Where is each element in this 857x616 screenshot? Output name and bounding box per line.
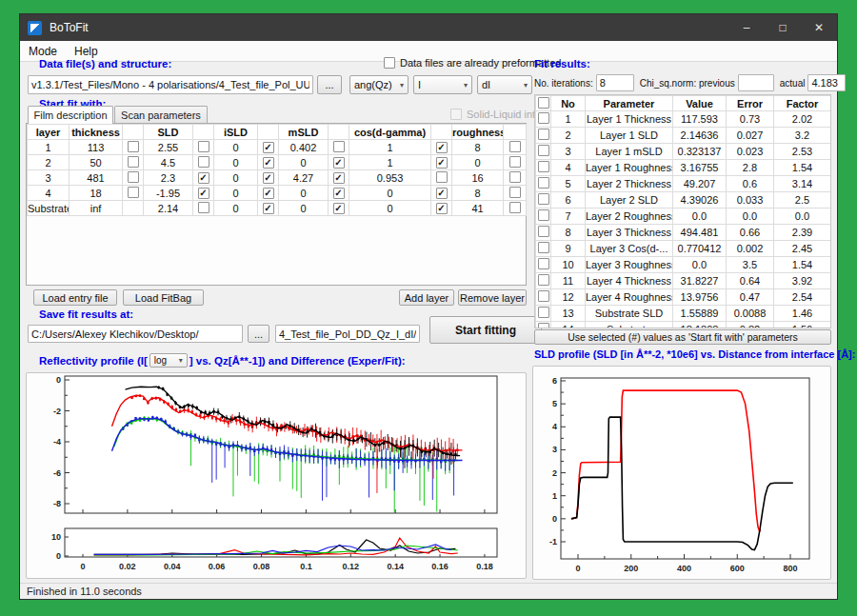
select-result-checkbox[interactable]	[538, 161, 549, 172]
film-cell[interactable]: 2.55	[144, 140, 193, 155]
fix-parameter-checkbox[interactable]: ✓	[263, 188, 274, 199]
use-selected-button[interactable]: Use selected (#) values as 'Start fit wi…	[534, 329, 831, 345]
fix-parameter-checkbox[interactable]	[198, 141, 209, 152]
chisq-actual-input[interactable]	[807, 74, 846, 91]
film-cell[interactable]: Substrate	[28, 201, 70, 216]
fix-parameter-checkbox[interactable]: ✓	[263, 157, 274, 169]
film-cell[interactable]: 0	[214, 170, 258, 186]
film-cell[interactable]: 0	[214, 155, 258, 170]
fix-parameter-checkbox[interactable]	[128, 187, 139, 198]
film-cell[interactable]: 2.3	[144, 170, 193, 186]
combo-ang-qz-[interactable]: ang(Qz)▾	[349, 75, 409, 94]
browse-data-file-button[interactable]: ...	[317, 75, 342, 94]
load-entry-file-button[interactable]: Load entry file	[33, 289, 117, 306]
close-button[interactable]: ✕	[801, 14, 837, 41]
select-result-checkbox[interactable]	[538, 274, 549, 286]
preformatted-checkbox[interactable]	[384, 57, 395, 69]
maximize-button[interactable]: □	[765, 14, 801, 41]
film-cell[interactable]: 8	[452, 186, 504, 201]
select-result-checkbox[interactable]	[538, 177, 549, 189]
film-cell[interactable]: 113	[70, 140, 123, 155]
film-cell[interactable]: 8	[452, 140, 504, 155]
fix-parameter-checkbox[interactable]	[198, 202, 209, 213]
film-cell[interactable]: 16	[452, 170, 504, 186]
film-cell[interactable]: 1	[28, 140, 70, 155]
film-cell[interactable]: 0	[279, 201, 329, 216]
solid-liquid-checkbox[interactable]	[450, 109, 462, 120]
film-cell[interactable]: 1	[349, 155, 431, 170]
film-cell[interactable]: 4.5	[144, 155, 193, 170]
remove-layer-button[interactable]: Remove layer	[458, 289, 527, 306]
select-result-checkbox[interactable]	[538, 112, 549, 124]
select-result-checkbox[interactable]	[538, 323, 549, 328]
fix-parameter-checkbox[interactable]	[198, 156, 209, 168]
fix-parameter-checkbox[interactable]	[509, 171, 521, 183]
film-cell[interactable]: -1.95	[144, 186, 193, 201]
fix-parameter-checkbox[interactable]	[509, 202, 521, 213]
select-all-checkbox[interactable]	[538, 97, 549, 109]
combo-di[interactable]: dI▾	[477, 75, 532, 94]
film-cell[interactable]: 0	[279, 155, 329, 170]
combo-i[interactable]: I▾	[413, 75, 472, 94]
film-cell[interactable]: 41	[452, 201, 504, 216]
film-cell[interactable]: inf	[70, 201, 123, 216]
film-cell[interactable]: 18	[70, 186, 123, 201]
film-cell[interactable]: 481	[70, 170, 123, 186]
tab-scan-parameters[interactable]: Scan parameters	[114, 106, 208, 123]
fix-parameter-checkbox[interactable]: ✓	[436, 157, 448, 169]
iterations-input[interactable]	[596, 74, 634, 91]
save-file-input[interactable]	[275, 325, 420, 343]
fix-parameter-checkbox[interactable]: ✓	[333, 172, 345, 184]
fix-parameter-checkbox[interactable]: ✓	[333, 157, 345, 169]
fix-parameter-checkbox[interactable]: ✓	[198, 172, 209, 184]
film-cell[interactable]: 0	[214, 186, 258, 201]
film-cell[interactable]: 4.27	[279, 170, 329, 186]
film-cell[interactable]: 0	[452, 155, 504, 170]
fix-parameter-checkbox[interactable]: ✓	[436, 188, 448, 199]
film-cell[interactable]: 0	[214, 140, 258, 155]
minimize-button[interactable]: –	[728, 14, 765, 41]
film-cell[interactable]: 2.14	[144, 201, 193, 216]
film-cell[interactable]: 50	[70, 155, 123, 170]
select-result-checkbox[interactable]	[538, 226, 549, 237]
fix-parameter-checkbox[interactable]: ✓	[263, 172, 274, 184]
fix-parameter-checkbox[interactable]: ✓	[333, 188, 345, 199]
select-result-checkbox[interactable]	[538, 242, 549, 253]
fix-parameter-checkbox[interactable]: ✓	[436, 203, 448, 214]
film-cell[interactable]: 3	[28, 170, 70, 186]
film-cell[interactable]: 0.402	[279, 140, 329, 155]
fix-parameter-checkbox[interactable]	[509, 141, 521, 152]
chisq-previous-input[interactable]	[738, 74, 774, 91]
tab-film-description[interactable]: Film description	[28, 106, 113, 124]
load-fitbag-button[interactable]: Load FitBag	[123, 289, 204, 306]
film-cell[interactable]: 0	[214, 201, 258, 216]
data-file-path-input[interactable]	[28, 75, 313, 94]
log-scale-combo[interactable]: log ▾	[149, 353, 188, 368]
fix-parameter-checkbox[interactable]: ✓	[263, 203, 274, 214]
fix-parameter-checkbox[interactable]: ✓	[333, 203, 345, 214]
film-cell[interactable]: 0	[349, 186, 431, 201]
fix-parameter-checkbox[interactable]	[509, 187, 521, 198]
fix-parameter-checkbox[interactable]	[128, 141, 139, 152]
fix-parameter-checkbox[interactable]: ✓	[436, 142, 448, 153]
select-result-checkbox[interactable]	[538, 209, 549, 221]
film-cell[interactable]: 0	[349, 201, 431, 216]
select-result-checkbox[interactable]	[538, 290, 549, 302]
start-fitting-button[interactable]: Start fitting	[429, 316, 542, 344]
select-result-checkbox[interactable]	[538, 307, 549, 318]
film-cell[interactable]: 0	[279, 186, 329, 201]
fix-parameter-checkbox[interactable]	[436, 171, 448, 183]
fix-parameter-checkbox[interactable]	[509, 156, 521, 168]
film-cell[interactable]: 2	[28, 155, 70, 170]
fix-parameter-checkbox[interactable]	[128, 156, 139, 168]
add-layer-button[interactable]: Add layer	[399, 289, 454, 306]
fix-parameter-checkbox[interactable]	[128, 171, 139, 183]
fix-parameter-checkbox[interactable]: ✓	[263, 142, 274, 153]
film-cell[interactable]: 0.953	[349, 170, 431, 186]
film-cell[interactable]: 1	[349, 140, 431, 155]
fix-parameter-checkbox[interactable]	[333, 141, 345, 152]
select-result-checkbox[interactable]	[538, 145, 549, 156]
save-dir-input[interactable]	[28, 325, 243, 343]
select-result-checkbox[interactable]	[538, 193, 549, 205]
select-result-checkbox[interactable]	[538, 258, 549, 269]
